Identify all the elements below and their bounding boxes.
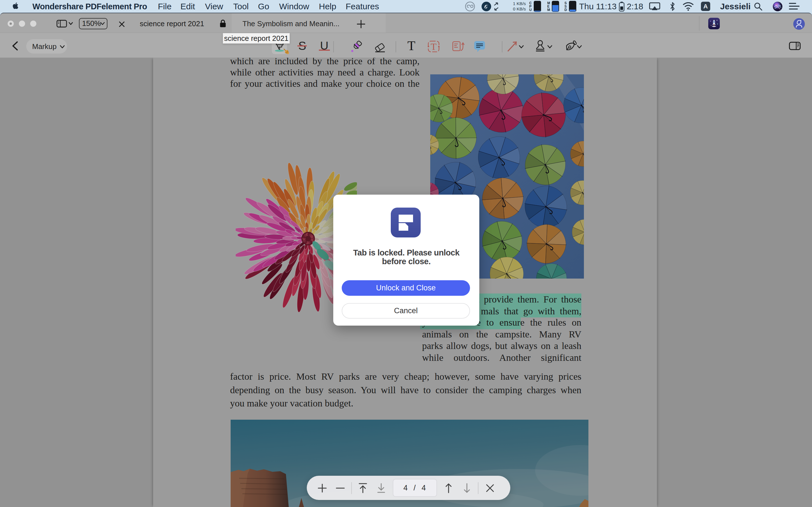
svg-text:T: T (431, 41, 437, 52)
